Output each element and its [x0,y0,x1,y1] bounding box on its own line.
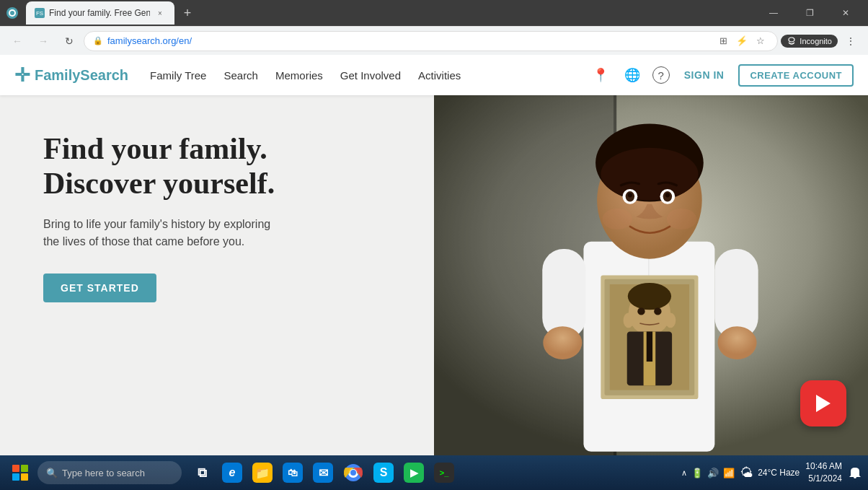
website-content: ✛ FamilySearch Family Tree Search Memori… [0,55,868,455]
taskbar-store[interactable]: 🛍 [278,458,307,487]
window-controls: — ❐ ✕ [757,0,862,26]
logo-text: FamilySearch [35,67,128,84]
get-started-button[interactable]: GET STARTED [43,274,156,302]
hero-heading-line1: Find your family. [43,132,267,165]
back-button[interactable]: ← [6,30,29,53]
network-icon[interactable]: 📶 [723,468,735,478]
edge-icon: e [222,463,242,483]
sign-in-button[interactable]: SIGN IN [678,66,730,84]
globe-icon-button[interactable]: 🌐 [621,64,644,87]
svg-rect-9 [542,249,585,339]
tab-favicon: FS [35,8,45,18]
svg-point-29 [628,283,671,310]
active-tab[interactable]: FS Find your family. Free Genealo... × [26,1,174,25]
forward-icon: → [38,35,48,47]
skype-icon: S [373,463,394,483]
svg-point-16 [601,148,698,201]
incognito-badge: Incognito [781,35,838,48]
menu-button[interactable]: ⋮ [839,30,862,53]
weather-widget: 🌤 24°C Haze [740,465,800,481]
arrow-up-icon[interactable]: ∧ [681,468,687,478]
nav-memories[interactable]: Memories [275,69,323,82]
site-logo[interactable]: ✛ FamilySearch [14,66,128,84]
taskbar-chrome[interactable] [339,458,368,487]
svg-rect-10 [714,249,758,339]
location-icon-button[interactable]: 📍 [589,64,612,87]
svg-point-35 [624,312,634,328]
title-bar: FS Find your family. Free Genealo... × +… [0,0,868,26]
mail-icon: ✉ [313,463,333,483]
extension-icon[interactable]: ⚡ [734,33,750,49]
address-bar[interactable]: 🔒 familysearch.org/en/ ⊞ ⚡ ☆ [84,31,778,51]
floating-record-button[interactable] [800,380,846,426]
taskbar-apps: ⧉ e 📁 🛍 ✉ [187,458,459,487]
nav-get-involved[interactable]: Get Involved [340,69,401,82]
system-icons: ∧ 🔋 🔊 📶 [681,468,735,478]
volume-icon[interactable]: 🔊 [707,468,719,478]
svg-point-19 [628,193,632,197]
svg-point-40 [350,470,356,476]
hero-subtext: Bring to life your family's history by e… [43,216,288,250]
tab-title: Find your family. Free Genealo... [49,8,150,18]
browser-logo [6,6,20,20]
nav-search[interactable]: Search [223,69,258,82]
start-button[interactable] [6,458,35,487]
hero-heading: Find your family. Discover yourself. [43,131,405,201]
site-nav-right: 📍 🌐 ? SIGN IN CREATE ACCOUNT [589,64,854,87]
maximize-button[interactable]: ❐ [793,0,826,26]
taskbar-right: ∧ 🔋 🔊 📶 🌤 24°C Haze 10:46 AM 5/1/2024 [681,460,862,485]
hero-section: Find your family. Discover yourself. Bri… [0,95,868,455]
taskbar-mail[interactable]: ✉ [309,458,337,487]
tab-close-button[interactable]: × [154,7,166,19]
task-view-icon: ⧉ [192,463,212,483]
site-nav-links: Family Tree Search Memories Get Involved… [150,69,589,82]
svg-point-12 [718,326,757,359]
create-account-button[interactable]: CREATE ACCOUNT [738,64,854,87]
media-icon: ▶ [404,463,424,483]
incognito-label: Incognito [800,37,832,45]
taskbar-task-view[interactable]: ⧉ [187,458,216,487]
back-icon: ← [12,35,22,47]
svg-point-23 [602,209,632,229]
help-icon-button[interactable]: ? [652,66,670,84]
taskbar-search[interactable]: 🔍 Type here to search [37,461,182,484]
weather-text: 24°C Haze [758,468,800,478]
star-icon[interactable]: ☆ [753,33,769,49]
url-text: familysearch.org/en/ [107,35,711,46]
taskbar: 🔍 Type here to search ⧉ e 📁 🛍 ✉ [0,455,868,490]
taskbar-skype[interactable]: S [369,458,398,487]
time-display: 10:46 AM [805,460,842,473]
svg-point-24 [667,209,697,229]
date-display: 5/1/2024 [808,473,842,485]
nav-bar: ← → ↻ 🔒 familysearch.org/en/ ⊞ ⚡ ☆ Incog… [0,26,868,55]
taskbar-file-explorer[interactable]: 📁 [248,458,277,487]
taskbar-edge[interactable]: e [218,458,247,487]
chrome-icon [343,463,363,483]
close-button[interactable]: ✕ [829,0,862,26]
notification-button[interactable] [848,465,862,480]
svg-rect-32 [647,331,652,362]
store-icon: 🛍 [283,463,303,483]
reload-button[interactable]: ↻ [58,30,81,53]
forward-button[interactable]: → [32,30,55,53]
logo-cross-icon: ✛ [14,66,30,84]
search-icon: 🔍 [46,468,58,478]
nav-family-tree[interactable]: Family Tree [150,69,206,82]
terminal-icon: >_ [434,463,454,483]
grid-icon[interactable]: ⊞ [715,33,731,49]
tab-bar: FS Find your family. Free Genealo... × + [6,1,751,25]
svg-point-3 [789,38,794,42]
hero-left-panel: Find your family. Discover yourself. Bri… [0,95,434,455]
new-tab-button[interactable]: + [177,3,198,23]
taskbar-media[interactable]: ▶ [399,458,428,487]
hero-right-panel [434,95,868,455]
reload-icon: ↻ [65,35,74,47]
weather-icon: 🌤 [740,465,753,481]
address-right: ⊞ ⚡ ☆ [715,33,769,49]
svg-point-33 [637,307,645,315]
taskbar-terminal[interactable]: >_ [430,458,459,487]
nav-activities[interactable]: Activities [418,69,461,82]
svg-point-22 [665,193,670,197]
minimize-button[interactable]: — [757,0,790,26]
search-placeholder: Type here to search [62,468,145,478]
